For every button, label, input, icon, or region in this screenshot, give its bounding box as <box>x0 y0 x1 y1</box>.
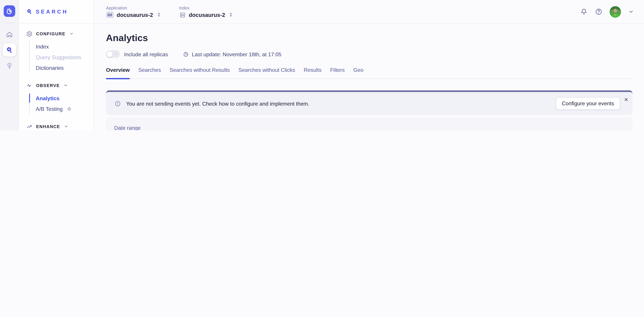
index-value: docusaurus-2 <box>189 12 225 18</box>
gear-icon <box>26 30 32 37</box>
stopwatch-icon <box>6 7 13 15</box>
main-area: Application D2 docusaurus-2 Index docusa… <box>94 0 644 130</box>
selector-stepper-icon <box>156 12 162 18</box>
sidebar-item-dictionaries[interactable]: Dictionaries <box>36 62 94 73</box>
chevron-down-icon <box>628 8 634 15</box>
tab-results[interactable]: Results <box>304 67 322 78</box>
index-stack-icon <box>179 11 186 18</box>
clock-icon <box>183 51 189 57</box>
tab-searches-without-results[interactable]: Searches without Results <box>170 67 230 78</box>
sidebar-item-analytics[interactable]: Analytics <box>36 93 94 104</box>
sidebar-section-observe: OBSERVE Analytics A/B Testing <box>26 80 94 114</box>
star-icon <box>66 106 72 112</box>
index-selector[interactable]: Index docusaurus-2 <box>179 5 234 18</box>
notifications-button[interactable] <box>580 8 588 16</box>
sidebar-item-index[interactable]: Index <box>36 41 94 52</box>
bell-icon <box>580 8 588 16</box>
section-label: ENHANCE <box>36 124 60 129</box>
banner-text: You are not sending events yet. Check ho… <box>126 100 309 106</box>
avatar-photo <box>610 6 621 18</box>
application-badge: D2 <box>106 12 114 18</box>
help-button[interactable] <box>595 8 602 16</box>
index-label: Index <box>179 5 234 10</box>
application-value: docusaurus-2 <box>117 12 153 18</box>
trending-up-icon <box>26 123 32 130</box>
page-content: Analytics Include all replicas Last upda… <box>94 24 644 130</box>
tab-searches-without-clicks[interactable]: Searches without Clicks <box>238 67 295 78</box>
tab-filters[interactable]: Filters <box>330 67 345 78</box>
sidebar-item-ab-testing[interactable]: A/B Testing <box>36 104 94 114</box>
chevron-down-icon <box>69 31 74 36</box>
algolia-app-logo[interactable] <box>4 6 15 17</box>
sidebar-section-enhance-header[interactable]: ENHANCE <box>26 121 94 130</box>
search-magnifier-icon <box>5 46 13 54</box>
user-menu-button[interactable] <box>628 8 634 15</box>
sidebar-section-observe-header[interactable]: OBSERVE <box>26 80 94 91</box>
analytics-tabs: Overview Searches Searches without Resul… <box>106 67 632 79</box>
rail-divider <box>5 23 14 23</box>
sidebar-section-enhance: ENHANCE Rules AI Synonyms AI Re-Ranking <box>26 121 94 130</box>
close-icon <box>624 97 629 102</box>
product-rail <box>0 0 19 130</box>
help-circle-icon <box>595 8 602 16</box>
section-label: CONFIGURE <box>36 31 66 36</box>
include-replicas-toggle[interactable] <box>106 50 120 58</box>
date-range-label: Date range <box>114 125 624 130</box>
app-window: SEARCH CONFIGURE Index Query Suggestions… <box>0 0 644 130</box>
include-replicas-label: Include all replicas <box>124 51 168 57</box>
section-label: OBSERVE <box>36 83 60 88</box>
date-range-panel: Date range Nov 11th, 2021 | Nov 17th, 20… <box>106 118 632 130</box>
sidebar-section-configure: CONFIGURE Index Query Suggestions Dictio… <box>26 28 94 73</box>
home-icon <box>5 30 13 39</box>
chevron-down-icon <box>64 83 68 88</box>
tab-geo[interactable]: Geo <box>353 67 364 78</box>
last-update: Last update: November 18th, at 17:05 <box>183 51 282 57</box>
sidebar: SEARCH CONFIGURE Index Query Suggestions… <box>19 0 94 130</box>
rail-search-product-button[interactable] <box>3 44 16 57</box>
rail-home-button[interactable] <box>3 28 16 41</box>
configure-events-button[interactable]: Configure your events <box>556 97 620 110</box>
user-avatar[interactable] <box>610 6 621 18</box>
sidebar-item-query-suggestions[interactable]: Query Suggestions <box>36 52 94 62</box>
tab-overview[interactable]: Overview <box>106 67 130 78</box>
topbar: Application D2 docusaurus-2 Index docusa… <box>94 0 644 24</box>
events-banner: You are not sending events yet. Check ho… <box>106 90 632 115</box>
alert-circle-icon <box>114 100 121 107</box>
selector-stepper-icon <box>228 12 234 18</box>
search-logo: SEARCH <box>19 0 94 24</box>
search-magnifier-icon <box>26 8 33 15</box>
rail-recommend-button[interactable] <box>3 59 16 72</box>
page-title: Analytics <box>106 32 632 44</box>
logo-text: SEARCH <box>36 8 68 15</box>
lightbulb-flash-icon <box>5 62 13 70</box>
replicas-toggle-row: Include all replicas Last update: Novemb… <box>106 50 632 58</box>
toggle-knob <box>107 51 112 57</box>
application-selector[interactable]: Application D2 docusaurus-2 <box>106 6 162 18</box>
toggle-off-x-icon <box>114 52 118 56</box>
chevron-down-icon <box>64 124 69 129</box>
pulse-icon <box>26 82 32 88</box>
application-label: Application <box>106 6 162 10</box>
tab-searches[interactable]: Searches <box>138 67 161 78</box>
banner-close-button[interactable] <box>623 96 630 103</box>
sidebar-section-configure-header[interactable]: CONFIGURE <box>26 28 94 39</box>
